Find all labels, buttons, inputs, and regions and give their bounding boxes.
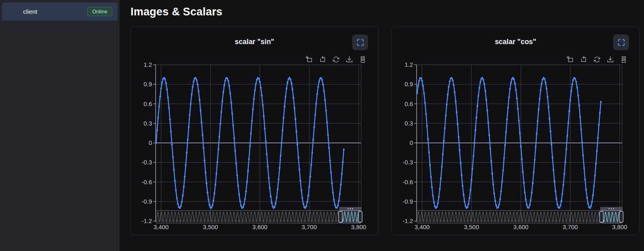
chart-title: scalar "cos" [392, 27, 639, 46]
chart-toolbox [305, 55, 367, 64]
toolbox-restore-button[interactable] [332, 55, 340, 64]
zoom-back-icon [580, 55, 588, 64]
page-title: Images & Scalars [131, 6, 644, 18]
move-handle-dots-icon [613, 208, 614, 209]
x-axis-label: 3,500 [203, 223, 218, 230]
x-axis-label: 3,500 [464, 223, 479, 230]
y-axis-label: -0.3 [141, 159, 152, 166]
toolbox-restore-button[interactable] [593, 55, 601, 64]
fullscreen-icon [617, 38, 625, 47]
datazoom-right-handle[interactable] [359, 211, 362, 222]
cos-chart-plot[interactable]: 1.20.90.60.30-0.3-0.6-0.9-1.23,4003,5003… [392, 55, 640, 236]
restore-icon [332, 55, 340, 64]
data-view-icon [359, 55, 367, 64]
move-handle-dots-icon [352, 208, 353, 209]
x-axis-label: 3,400 [154, 223, 169, 230]
fullscreen-button[interactable] [352, 34, 368, 50]
toolbox-save-image-button[interactable] [606, 55, 615, 64]
restore-icon [593, 55, 601, 64]
toolbox-zoom-back-button[interactable] [318, 55, 327, 64]
status-badge: Online [87, 7, 112, 16]
save-image-icon [606, 55, 614, 64]
x-axis-label: 3,800 [351, 223, 366, 230]
data-view-icon [620, 55, 628, 64]
zoom-back-icon [319, 55, 327, 64]
fullscreen-icon [356, 38, 364, 47]
main-content: Images & Scalars scalar "sin" 1.20.90.60… [120, 0, 644, 251]
client-label: client [23, 8, 37, 15]
y-axis-label: 0 [149, 139, 152, 146]
toolbox-save-image-button[interactable] [345, 55, 354, 64]
chart-toolbox [566, 55, 628, 64]
x-axis-label: 3,600 [252, 223, 267, 230]
y-axis-label: 0.6 [143, 100, 152, 107]
y-axis-label: 1.2 [404, 61, 413, 68]
y-axis-label: 0.9 [404, 81, 413, 87]
move-handle-dots-icon [609, 208, 610, 209]
datazoom-left-handle[interactable] [339, 211, 342, 222]
y-axis-label: 0.9 [143, 81, 152, 87]
datazoom-window[interactable] [340, 211, 360, 223]
y-axis-label: 0.3 [143, 120, 152, 127]
move-handle-dots-icon [348, 208, 349, 209]
toolbox-zoom-select-button[interactable] [566, 55, 575, 64]
save-image-icon [345, 55, 353, 64]
y-axis-label: -0.6 [141, 179, 152, 185]
chart-card-header: scalar "sin" [131, 27, 378, 55]
datazoom-window[interactable] [601, 211, 621, 223]
cos-chart-card: scalar "cos" 1.20.90.60.30-0.3-0.6-0.9-1… [392, 26, 640, 235]
sin-chart-card: scalar "sin" 1.20.90.60.30-0.3-0.6-0.9-1… [131, 26, 379, 235]
sidebar: client Online [0, 0, 120, 251]
chart-title: scalar "sin" [131, 27, 378, 46]
y-axis-label: -1.2 [402, 217, 413, 224]
toolbox-zoom-select-button[interactable] [305, 55, 314, 64]
y-axis-label: -0.9 [141, 198, 152, 205]
sidebar-item-client[interactable]: client Online [2, 2, 118, 21]
toolbox-data-view-button[interactable] [358, 55, 367, 64]
x-axis-label: 3,800 [612, 223, 627, 230]
y-axis-label: 0.6 [404, 100, 413, 107]
y-axis-label: -0.3 [402, 159, 413, 166]
sin-chart-plot[interactable]: 1.20.90.60.30-0.3-0.6-0.9-1.23,4003,5003… [131, 55, 379, 236]
toolbox-zoom-back-button[interactable] [579, 55, 588, 64]
y-axis-label: -0.9 [402, 198, 413, 205]
y-axis-label: -0.6 [402, 179, 413, 185]
y-axis-label: -1.2 [141, 217, 152, 224]
move-handle-dots-icon [611, 208, 612, 209]
fullscreen-button[interactable] [613, 34, 629, 50]
y-axis-label: 1.2 [143, 61, 152, 68]
chart-card-header: scalar "cos" [392, 27, 639, 55]
datazoom-right-handle[interactable] [620, 211, 623, 222]
chart-cards-row: scalar "sin" 1.20.90.60.30-0.3-0.6-0.9-1… [131, 26, 644, 235]
x-axis-label: 3,400 [415, 223, 430, 230]
move-handle-dots-icon [350, 208, 351, 209]
toolbox-data-view-button[interactable] [619, 55, 628, 64]
x-axis-label: 3,700 [302, 223, 317, 230]
datazoom-left-handle[interactable] [600, 211, 603, 222]
zoom-select-icon [566, 55, 574, 64]
y-axis-label: 0 [410, 139, 413, 146]
x-axis-label: 3,600 [513, 223, 528, 230]
x-axis-label: 3,700 [563, 223, 578, 230]
y-axis-label: 0.3 [404, 120, 413, 127]
zoom-select-icon [305, 55, 313, 64]
